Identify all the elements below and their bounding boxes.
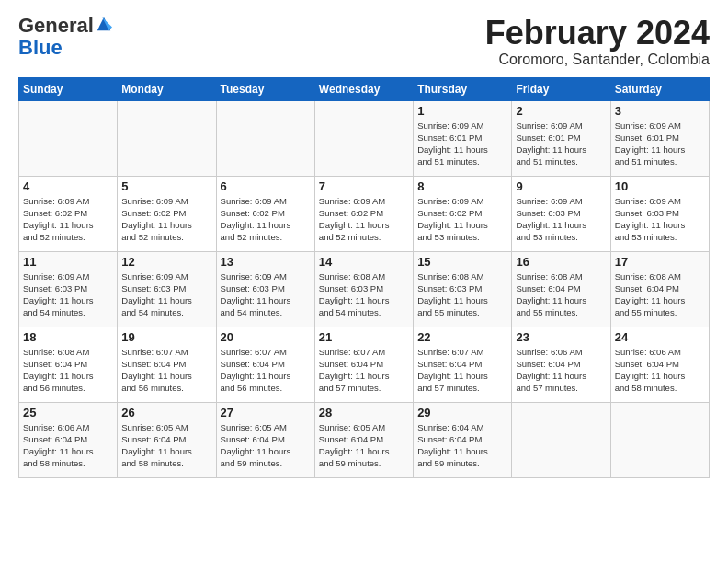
day-number: 19	[121, 330, 211, 344]
day-number: 12	[121, 255, 211, 269]
day-cell: 22Sunrise: 6:07 AM Sunset: 6:04 PM Dayli…	[414, 327, 512, 402]
day-cell: 9Sunrise: 6:09 AM Sunset: 6:03 PM Daylig…	[512, 176, 610, 251]
day-info: Sunrise: 6:06 AM Sunset: 6:04 PM Dayligh…	[516, 346, 606, 395]
day-number: 17	[615, 255, 705, 269]
day-info: Sunrise: 6:08 AM Sunset: 6:03 PM Dayligh…	[417, 270, 507, 319]
calendar-table: Sunday Monday Tuesday Wednesday Thursday…	[18, 77, 710, 478]
day-cell: 26Sunrise: 6:05 AM Sunset: 6:04 PM Dayli…	[118, 402, 216, 477]
day-info: Sunrise: 6:09 AM Sunset: 6:03 PM Dayligh…	[121, 270, 211, 319]
day-number: 2	[516, 104, 606, 118]
day-number: 5	[121, 179, 211, 193]
day-cell: 19Sunrise: 6:07 AM Sunset: 6:04 PM Dayli…	[118, 327, 216, 402]
col-sunday: Sunday	[19, 77, 118, 100]
day-number: 21	[319, 330, 409, 344]
header-row: Sunday Monday Tuesday Wednesday Thursday…	[19, 77, 710, 100]
day-number: 16	[516, 255, 606, 269]
day-info: Sunrise: 6:07 AM Sunset: 6:04 PM Dayligh…	[319, 346, 409, 395]
day-number: 8	[417, 179, 507, 193]
week-row-2: 4Sunrise: 6:09 AM Sunset: 6:02 PM Daylig…	[19, 176, 710, 251]
page-title: February 2024	[485, 15, 710, 52]
title-block: February 2024 Coromoro, Santander, Colom…	[485, 15, 710, 68]
day-info: Sunrise: 6:07 AM Sunset: 6:04 PM Dayligh…	[121, 346, 211, 395]
day-cell	[314, 100, 413, 176]
day-cell: 1Sunrise: 6:09 AM Sunset: 6:01 PM Daylig…	[414, 100, 512, 176]
day-info: Sunrise: 6:09 AM Sunset: 6:02 PM Dayligh…	[23, 195, 113, 244]
day-cell: 16Sunrise: 6:08 AM Sunset: 6:04 PM Dayli…	[512, 251, 610, 327]
logo: General Blue	[18, 15, 112, 59]
col-tuesday: Tuesday	[216, 77, 314, 100]
day-number: 1	[417, 104, 507, 118]
day-cell: 17Sunrise: 6:08 AM Sunset: 6:04 PM Dayli…	[610, 251, 709, 327]
day-cell: 18Sunrise: 6:08 AM Sunset: 6:04 PM Dayli…	[19, 327, 118, 402]
day-number: 4	[23, 179, 113, 193]
day-cell: 7Sunrise: 6:09 AM Sunset: 6:02 PM Daylig…	[314, 176, 413, 251]
day-info: Sunrise: 6:05 AM Sunset: 6:04 PM Dayligh…	[121, 421, 211, 470]
day-info: Sunrise: 6:09 AM Sunset: 6:01 PM Dayligh…	[516, 120, 606, 168]
day-cell	[19, 100, 118, 176]
logo-icon	[96, 16, 112, 32]
day-cell: 2Sunrise: 6:09 AM Sunset: 6:01 PM Daylig…	[512, 100, 610, 176]
day-info: Sunrise: 6:09 AM Sunset: 6:03 PM Dayligh…	[221, 270, 311, 319]
day-info: Sunrise: 6:09 AM Sunset: 6:03 PM Dayligh…	[516, 195, 606, 244]
day-number: 22	[417, 330, 507, 344]
day-cell: 6Sunrise: 6:09 AM Sunset: 6:02 PM Daylig…	[216, 176, 314, 251]
day-cell: 5Sunrise: 6:09 AM Sunset: 6:02 PM Daylig…	[118, 176, 216, 251]
day-info: Sunrise: 6:09 AM Sunset: 6:02 PM Dayligh…	[417, 195, 507, 244]
col-saturday: Saturday	[610, 77, 709, 100]
day-info: Sunrise: 6:09 AM Sunset: 6:02 PM Dayligh…	[221, 195, 311, 244]
logo-blue: Blue	[18, 36, 63, 59]
day-info: Sunrise: 6:08 AM Sunset: 6:04 PM Dayligh…	[23, 346, 113, 395]
day-info: Sunrise: 6:07 AM Sunset: 6:04 PM Dayligh…	[417, 346, 507, 395]
day-cell: 10Sunrise: 6:09 AM Sunset: 6:03 PM Dayli…	[610, 176, 709, 251]
day-cell: 25Sunrise: 6:06 AM Sunset: 6:04 PM Dayli…	[19, 402, 118, 477]
day-cell: 4Sunrise: 6:09 AM Sunset: 6:02 PM Daylig…	[19, 176, 118, 251]
day-number: 6	[221, 179, 311, 193]
day-cell: 21Sunrise: 6:07 AM Sunset: 6:04 PM Dayli…	[314, 327, 413, 402]
day-cell: 12Sunrise: 6:09 AM Sunset: 6:03 PM Dayli…	[118, 251, 216, 327]
day-cell: 13Sunrise: 6:09 AM Sunset: 6:03 PM Dayli…	[216, 251, 314, 327]
day-cell: 11Sunrise: 6:09 AM Sunset: 6:03 PM Dayli…	[19, 251, 118, 327]
day-info: Sunrise: 6:06 AM Sunset: 6:04 PM Dayligh…	[615, 346, 705, 395]
logo-general: General	[18, 15, 94, 37]
day-info: Sunrise: 6:08 AM Sunset: 6:04 PM Dayligh…	[615, 270, 705, 319]
day-cell	[512, 402, 610, 477]
header: General Blue February 2024 Coromoro, San…	[18, 15, 710, 68]
day-cell: 27Sunrise: 6:05 AM Sunset: 6:04 PM Dayli…	[216, 402, 314, 477]
day-cell	[118, 100, 216, 176]
day-info: Sunrise: 6:09 AM Sunset: 6:03 PM Dayligh…	[23, 270, 113, 319]
day-number: 27	[221, 406, 311, 419]
day-number: 15	[417, 255, 507, 269]
day-cell: 8Sunrise: 6:09 AM Sunset: 6:02 PM Daylig…	[414, 176, 512, 251]
day-info: Sunrise: 6:06 AM Sunset: 6:04 PM Dayligh…	[23, 421, 113, 470]
day-number: 3	[615, 104, 705, 118]
day-cell: 24Sunrise: 6:06 AM Sunset: 6:04 PM Dayli…	[610, 327, 709, 402]
page-subtitle: Coromoro, Santander, Colombia	[485, 52, 710, 68]
week-row-5: 25Sunrise: 6:06 AM Sunset: 6:04 PM Dayli…	[19, 402, 710, 477]
day-cell: 29Sunrise: 6:04 AM Sunset: 6:04 PM Dayli…	[414, 402, 512, 477]
day-cell: 23Sunrise: 6:06 AM Sunset: 6:04 PM Dayli…	[512, 327, 610, 402]
day-number: 20	[221, 330, 311, 344]
day-cell	[216, 100, 314, 176]
day-number: 29	[417, 406, 507, 419]
day-number: 18	[23, 330, 113, 344]
day-number: 26	[121, 406, 211, 419]
day-number: 10	[615, 179, 705, 193]
day-cell: 28Sunrise: 6:05 AM Sunset: 6:04 PM Dayli…	[314, 402, 413, 477]
day-cell: 20Sunrise: 6:07 AM Sunset: 6:04 PM Dayli…	[216, 327, 314, 402]
day-number: 25	[23, 406, 113, 419]
day-info: Sunrise: 6:09 AM Sunset: 6:01 PM Dayligh…	[417, 120, 507, 168]
day-cell: 3Sunrise: 6:09 AM Sunset: 6:01 PM Daylig…	[610, 100, 709, 176]
day-info: Sunrise: 6:09 AM Sunset: 6:02 PM Dayligh…	[319, 195, 409, 244]
day-number: 14	[319, 255, 409, 269]
col-monday: Monday	[118, 77, 216, 100]
col-wednesday: Wednesday	[314, 77, 413, 100]
week-row-1: 1Sunrise: 6:09 AM Sunset: 6:01 PM Daylig…	[19, 100, 710, 176]
day-cell	[610, 402, 709, 477]
day-number: 7	[319, 179, 409, 193]
day-number: 24	[615, 330, 705, 344]
day-info: Sunrise: 6:08 AM Sunset: 6:04 PM Dayligh…	[516, 270, 606, 319]
day-number: 28	[319, 406, 409, 419]
day-cell: 14Sunrise: 6:08 AM Sunset: 6:03 PM Dayli…	[314, 251, 413, 327]
col-friday: Friday	[512, 77, 610, 100]
col-thursday: Thursday	[414, 77, 512, 100]
